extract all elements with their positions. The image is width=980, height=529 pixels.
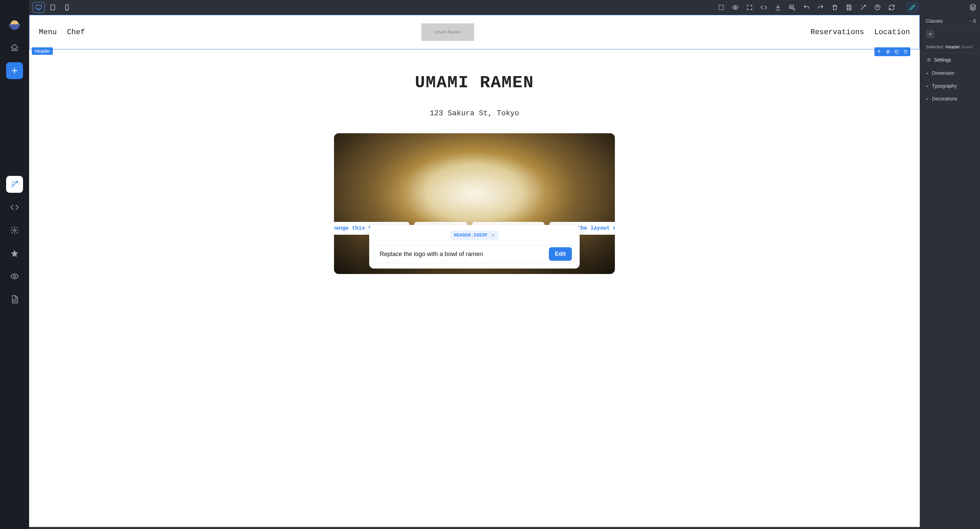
classes-row: Classes - S: [922, 15, 980, 27]
caret-right-icon: ▸: [926, 71, 929, 75]
device-mobile-button[interactable]: [61, 2, 73, 13]
nav-item-reservations[interactable]: Reservations: [810, 28, 864, 37]
image-clear-button[interactable]: [786, 2, 798, 13]
layers-icon: [969, 3, 977, 11]
trash-icon: [832, 4, 838, 11]
ai-edit-button[interactable]: Edit: [549, 247, 572, 261]
hero-section: UMAMI RAMEN 123 Sakura St, Tokyo Change …: [29, 73, 920, 274]
refresh-icon: [888, 4, 895, 11]
accordion-label: Decorations: [932, 96, 957, 102]
settings-button[interactable]: [6, 222, 23, 239]
add-class-button[interactable]: +: [926, 30, 935, 38]
canvas-viewport: Menu Chef Umami Ramen Reservations Locat…: [29, 15, 922, 529]
left-rail: [0, 0, 29, 529]
caret-right-icon: ▸: [926, 97, 929, 101]
delete-selection-button[interactable]: [902, 48, 910, 56]
nav-item-location[interactable]: Location: [874, 28, 910, 37]
layers-button[interactable]: [969, 3, 977, 12]
nav-item-chef[interactable]: Chef: [67, 28, 85, 37]
save-button[interactable]: [843, 2, 855, 13]
selected-prefix: Selected:: [926, 44, 944, 49]
nav-item-menu[interactable]: Menu: [39, 28, 57, 37]
ai-prompt-input[interactable]: [380, 251, 546, 258]
file-icon: [10, 295, 19, 304]
visibility-button[interactable]: [729, 2, 741, 13]
device-desktop-button[interactable]: [32, 2, 45, 13]
caret-right-icon: ▸: [926, 84, 929, 88]
arrow-up-icon: [877, 49, 881, 54]
device-tablet-button[interactable]: [47, 2, 59, 13]
accordion-typography[interactable]: ▸ Typography: [922, 79, 980, 92]
right-panel-topbar: [922, 0, 980, 15]
accordion-label: Typography: [932, 83, 957, 89]
refresh-button[interactable]: [886, 2, 898, 13]
fullscreen-icon: [746, 4, 753, 11]
magic-button[interactable]: [857, 2, 869, 13]
svg-rect-5: [719, 5, 723, 10]
pages-button[interactable]: [6, 291, 23, 308]
download-button[interactable]: [772, 2, 784, 13]
desktop-icon: [35, 4, 42, 11]
topbar: [29, 0, 922, 15]
preview-button[interactable]: [6, 268, 23, 285]
selected-name: Header: [945, 44, 960, 49]
home-button[interactable]: [6, 39, 23, 56]
delete-button[interactable]: [829, 2, 841, 13]
brush-button[interactable]: [906, 2, 918, 13]
selected-id: #isesf: [961, 44, 972, 49]
select-parent-button[interactable]: [875, 48, 883, 56]
redo-button[interactable]: [815, 2, 827, 13]
device-switch: [32, 2, 73, 13]
add-button[interactable]: [6, 62, 23, 79]
classes-state[interactable]: - S: [970, 18, 976, 24]
accordion-dimension[interactable]: ▸ Dimension: [922, 67, 980, 79]
ai-input-row: Edit: [375, 245, 574, 263]
code-icon: [760, 4, 767, 11]
move-icon: [886, 49, 890, 54]
selection-tag: Header: [32, 48, 53, 55]
home-icon: [10, 43, 19, 52]
ai-wand-button[interactable]: [6, 176, 23, 193]
undo-button[interactable]: [800, 2, 813, 13]
help-button[interactable]: [871, 2, 883, 13]
hero-image[interactable]: Change this to be about Add a section Ch…: [334, 133, 615, 274]
right-panel: Classes - S + Selected: Header #isesf Se…: [922, 0, 980, 529]
svg-rect-3: [51, 5, 55, 10]
brush-icon: [909, 4, 916, 11]
move-button[interactable]: [884, 48, 892, 56]
eye-icon: [732, 4, 739, 11]
redo-icon: [817, 4, 824, 11]
selection-toolbar: [874, 48, 910, 56]
ai-prompt-panel: HEADER.ISESF ✕ Edit: [369, 225, 580, 268]
download-icon: [775, 4, 781, 11]
nav-left: Menu Chef: [39, 28, 85, 37]
gear-icon: [926, 57, 931, 62]
code-button[interactable]: [6, 199, 23, 216]
selected-info: Selected: Header #isesf: [922, 41, 980, 53]
hero-subtitle[interactable]: 123 Sakura St, Tokyo: [29, 109, 920, 118]
site-header-selected[interactable]: Menu Chef Umami Ramen Reservations Locat…: [29, 15, 920, 49]
svg-point-10: [928, 59, 929, 60]
plus-icon: [10, 66, 19, 75]
ai-context-label: HEADER.ISESF: [454, 233, 488, 238]
ai-context-pill[interactable]: HEADER.ISESF ✕: [450, 230, 498, 240]
fullscreen-button[interactable]: [743, 2, 756, 13]
trash-icon: [903, 49, 908, 54]
wand-icon: [10, 180, 19, 189]
eye-icon: [10, 272, 19, 281]
accordion-decorations[interactable]: ▸ Decorations: [922, 92, 980, 105]
svg-rect-9: [896, 51, 899, 54]
duplicate-button[interactable]: [893, 48, 901, 56]
nav-right: Reservations Location: [810, 28, 910, 37]
marquee-button[interactable]: [715, 2, 727, 13]
svg-point-1: [14, 275, 16, 278]
hero-title[interactable]: UMAMI RAMEN: [29, 73, 920, 92]
code-button-top[interactable]: [758, 2, 770, 13]
ai-context-close[interactable]: ✕: [492, 232, 495, 238]
undo-icon: [803, 4, 810, 11]
svg-point-0: [14, 229, 16, 232]
settings-header[interactable]: Settings: [922, 53, 980, 67]
site-logo-placeholder[interactable]: Umami Ramen: [421, 23, 474, 41]
canvas[interactable]: Menu Chef Umami Ramen Reservations Locat…: [29, 15, 920, 527]
favorites-button[interactable]: [6, 245, 23, 262]
